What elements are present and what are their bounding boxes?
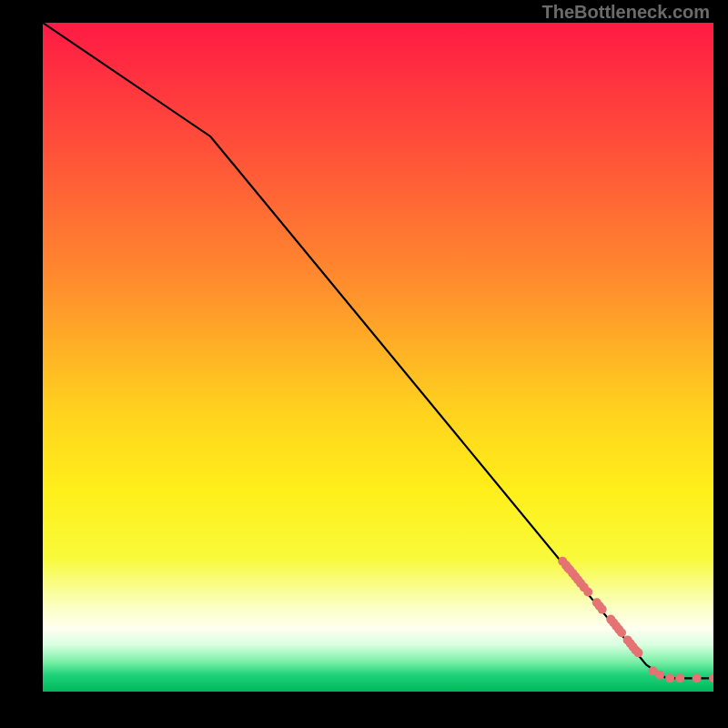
attribution-label: TheBottleneck.com [542,2,710,23]
data-marker [675,673,684,682]
bottleneck-curve [43,23,713,678]
chart-container: TheBottleneck.com [0,0,728,728]
data-marker [617,628,626,637]
data-marker [598,605,607,614]
data-marker [583,587,592,596]
data-marker [655,671,664,680]
plot-area [43,23,713,692]
marker-group [558,557,713,683]
chart-overlay [43,23,713,692]
data-marker [693,673,702,682]
data-marker [633,648,642,657]
data-marker [709,673,713,682]
data-marker [665,673,674,682]
